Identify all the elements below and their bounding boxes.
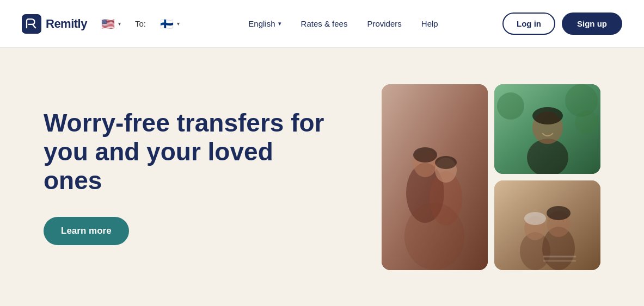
svg-point-19	[524, 212, 546, 225]
from-country-selector[interactable]: 🇺🇸 ▾	[97, 15, 125, 33]
svg-point-12	[532, 107, 563, 124]
svg-point-7	[435, 156, 457, 169]
hero-photo-grid	[382, 84, 600, 270]
photo-couple-hug	[382, 84, 488, 270]
logo-link[interactable]: Remitly	[22, 14, 87, 34]
svg-point-22	[547, 206, 571, 220]
learn-more-button[interactable]: Learn more	[44, 217, 129, 245]
login-button[interactable]: Log in	[502, 13, 555, 35]
photo-family-pair	[494, 180, 600, 270]
from-flag-chevron: ▾	[118, 21, 121, 27]
navbar: Remitly 🇺🇸 ▾ To: 🇫🇮 ▾ English ▾ Rates & …	[0, 0, 644, 48]
svg-point-6	[413, 147, 437, 163]
to-label: To:	[135, 19, 146, 28]
nav-link-english[interactable]: English ▾	[248, 19, 281, 28]
svg-point-15	[575, 110, 599, 134]
photo-3-illustration	[494, 180, 600, 270]
photo-man-smile	[494, 84, 600, 174]
nav-link-providers[interactable]: Providers	[367, 19, 401, 28]
hero-title: Worry-free transfers for you and your lo…	[44, 109, 327, 195]
nav-center: English ▾ Rates & fees Providers Help	[248, 19, 438, 28]
to-country-selector[interactable]: 🇫🇮 ▾	[156, 15, 184, 33]
photo-1-illustration	[382, 84, 488, 270]
nav-left: Remitly 🇺🇸 ▾ To: 🇫🇮 ▾	[22, 14, 184, 34]
hero-text: Worry-free transfers for you and your lo…	[44, 109, 327, 245]
svg-point-13	[497, 92, 524, 120]
svg-point-8	[404, 203, 464, 270]
nav-right: Log in Sign up	[502, 13, 622, 35]
logo-text: Remitly	[46, 17, 87, 31]
from-flag: 🇺🇸	[101, 17, 115, 30]
to-flag-chevron: ▾	[177, 21, 180, 27]
remitly-logo-icon	[22, 14, 41, 34]
english-chevron-icon: ▾	[278, 20, 281, 27]
nav-link-help[interactable]: Help	[421, 19, 438, 28]
photo-2-illustration	[494, 84, 600, 174]
hero-section: Worry-free transfers for you and your lo…	[0, 48, 644, 306]
to-flag: 🇫🇮	[160, 17, 174, 30]
nav-link-rates-fees[interactable]: Rates & fees	[301, 19, 348, 28]
signup-button[interactable]: Sign up	[562, 13, 622, 35]
